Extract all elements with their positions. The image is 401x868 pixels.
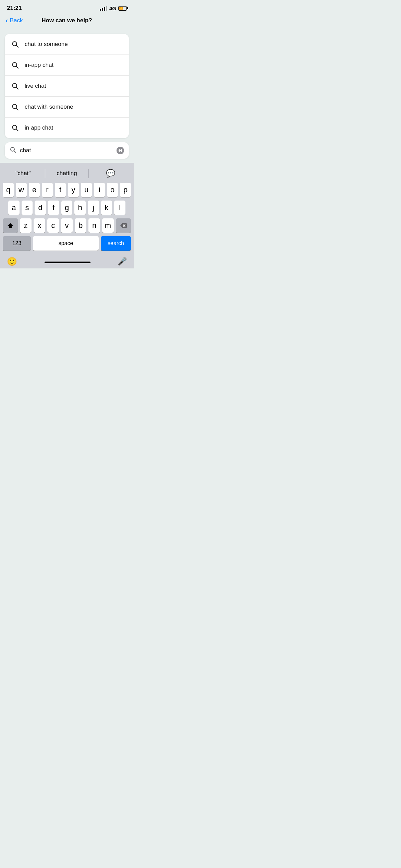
key-v[interactable]: v (61, 218, 73, 233)
search-icon (10, 39, 20, 49)
key-space[interactable]: space (33, 236, 99, 251)
key-q[interactable]: q (3, 183, 14, 197)
keyboard-row-2: a s d f g h j k l (1, 201, 132, 215)
back-label: Back (10, 17, 23, 24)
battery-icon: ⚡ (118, 6, 127, 11)
network-type: 4G (109, 5, 116, 11)
search-icon (10, 146, 16, 155)
status-icons: 4G ⚡ (100, 5, 127, 11)
result-text: in app chat (25, 124, 53, 131)
predictive-right[interactable]: 💬 (89, 167, 132, 180)
key-p[interactable]: p (120, 183, 131, 197)
key-s[interactable]: s (22, 201, 33, 215)
key-b[interactable]: b (75, 218, 86, 233)
key-w[interactable]: w (16, 183, 27, 197)
key-f[interactable]: f (48, 201, 59, 215)
predictive-left[interactable]: "chat" (1, 168, 45, 179)
key-c[interactable]: c (47, 218, 59, 233)
key-k[interactable]: k (101, 201, 112, 215)
microphone-icon[interactable]: 🎤 (118, 257, 127, 266)
result-item[interactable]: chat to someone (5, 34, 129, 55)
emoji-button[interactable]: 🙂 (7, 257, 17, 266)
search-input-container (5, 142, 129, 159)
key-h[interactable]: h (74, 201, 86, 215)
key-m[interactable]: m (102, 218, 114, 233)
search-icon (10, 81, 20, 91)
key-y[interactable]: y (68, 183, 79, 197)
result-item[interactable]: live chat (5, 76, 129, 97)
key-x[interactable]: x (34, 218, 45, 233)
search-input[interactable] (20, 147, 113, 154)
key-g[interactable]: g (61, 201, 73, 215)
key-t[interactable]: t (55, 183, 66, 197)
key-numbers[interactable]: 123 (3, 236, 31, 251)
key-backspace[interactable] (116, 218, 131, 233)
key-i[interactable]: i (94, 183, 105, 197)
keyboard: "chat" chatting 💬 q w e r t y u i o p a … (0, 163, 134, 254)
keyboard-bottom-row: 123 space search (1, 236, 132, 253)
clear-button[interactable] (117, 147, 124, 154)
home-indicator (45, 262, 90, 263)
page-title: How can we help? (41, 17, 92, 24)
key-n[interactable]: n (88, 218, 100, 233)
result-item[interactable]: in app chat (5, 118, 129, 138)
key-o[interactable]: o (107, 183, 118, 197)
key-z[interactable]: z (20, 218, 32, 233)
key-u[interactable]: u (81, 183, 92, 197)
key-j[interactable]: j (88, 201, 99, 215)
key-search[interactable]: search (101, 236, 131, 251)
search-results-list: chat to someone in-app chat live chat (5, 34, 129, 138)
back-button[interactable]: ‹ Back (5, 16, 23, 24)
svg-line-3 (16, 66, 18, 68)
result-text: live chat (25, 83, 46, 89)
result-text: chat with someone (25, 104, 73, 110)
key-l[interactable]: l (114, 201, 125, 215)
search-icon (10, 123, 20, 133)
predictive-center[interactable]: chatting (45, 168, 89, 179)
signal-icon (100, 6, 107, 11)
result-item[interactable]: chat with someone (5, 97, 129, 118)
status-time: 21:21 (7, 5, 22, 12)
search-icon (10, 102, 20, 112)
keyboard-accessory: 🙂 🎤 (0, 254, 134, 268)
key-e[interactable]: e (29, 183, 40, 197)
search-icon (10, 60, 20, 70)
keyboard-row-3: z x c v b n m (1, 218, 132, 233)
result-text: in-app chat (25, 62, 53, 69)
svg-line-5 (16, 87, 18, 89)
predictive-bar: "chat" chatting 💬 (1, 166, 132, 183)
status-bar: 21:21 4G ⚡ (0, 0, 134, 14)
key-d[interactable]: d (35, 201, 46, 215)
nav-bar: ‹ Back How can we help? (0, 14, 134, 28)
back-chevron-icon: ‹ (5, 16, 8, 24)
key-shift[interactable] (3, 218, 18, 233)
result-text: chat to someone (25, 41, 68, 48)
keyboard-row-1: q w e r t y u i o p (1, 183, 132, 197)
result-item[interactable]: in-app chat (5, 55, 129, 76)
key-r[interactable]: r (42, 183, 53, 197)
svg-line-7 (16, 108, 18, 110)
svg-line-9 (16, 129, 18, 131)
svg-line-11 (14, 151, 16, 153)
svg-line-1 (16, 45, 18, 47)
key-a[interactable]: a (8, 201, 20, 215)
